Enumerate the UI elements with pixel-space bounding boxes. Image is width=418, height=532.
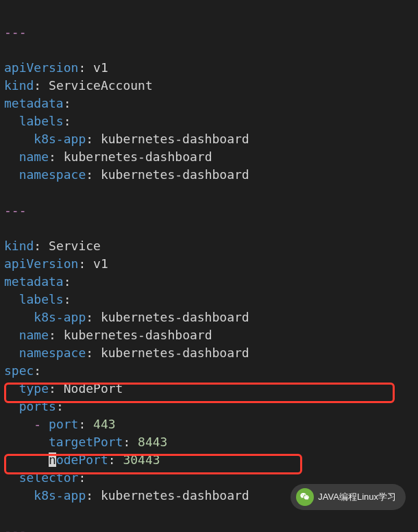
val-kind: ServiceAccount [49, 78, 153, 93]
cursor-position: n [49, 452, 56, 467]
val-port: 443 [93, 417, 116, 431]
key-labels: labels [19, 114, 64, 128]
yaml-divider: --- [4, 524, 27, 532]
key-name: name [19, 328, 49, 342]
key-ports: ports [19, 399, 56, 413]
key-type: type [19, 381, 49, 396]
val-nodeport: 30443 [123, 452, 160, 467]
val-name: kubernetes-dashboard [64, 328, 212, 342]
key-k8sapp: k8s-app [34, 310, 86, 324]
val-targetport: 8443 [138, 435, 167, 449]
key-spec: spec [4, 363, 34, 378]
yaml-divider: --- [4, 25, 27, 39]
key-selector: selector [19, 470, 79, 485]
key-nodeport: odePort [56, 452, 108, 467]
key-targetport: targetPort [49, 435, 123, 449]
key-port: port [49, 417, 78, 431]
val-type: NodePort [64, 381, 123, 396]
val-name: kubernetes-dashboard [64, 149, 212, 164]
key-kind: kind [4, 78, 34, 93]
watermark-text: JAVA编程Linux学习 [318, 488, 396, 506]
key-namespace: namespace [19, 167, 86, 182]
key-apiversion: apiVersion [4, 256, 78, 271]
watermark-badge: JAVA编程Linux学习 [291, 484, 406, 510]
key-metadata: metadata [4, 96, 64, 110]
yaml-divider: --- [4, 203, 27, 217]
key-metadata: metadata [4, 274, 64, 289]
yaml-code-block: --- apiVersion: v1 kind: ServiceAccount … [0, 0, 418, 532]
key-k8sapp: k8s-app [34, 132, 86, 146]
val-kind: Service [49, 239, 101, 253]
wechat-icon [296, 488, 314, 506]
val-k8sapp: kubernetes-dashboard [101, 132, 249, 146]
key-namespace: namespace [19, 346, 86, 360]
key-apiversion: apiVersion [4, 60, 78, 75]
val-namespace: kubernetes-dashboard [101, 346, 249, 360]
val-selector-k8sapp: kubernetes-dashboard [101, 488, 249, 503]
key-selector-k8sapp: k8s-app [34, 488, 86, 503]
val-apiversion: v1 [93, 256, 108, 271]
val-namespace: kubernetes-dashboard [101, 167, 249, 182]
key-name: name [19, 149, 49, 164]
val-apiversion: v1 [93, 60, 108, 75]
key-labels: labels [19, 292, 64, 306]
val-k8sapp: kubernetes-dashboard [101, 310, 249, 324]
key-kind: kind [4, 239, 34, 253]
